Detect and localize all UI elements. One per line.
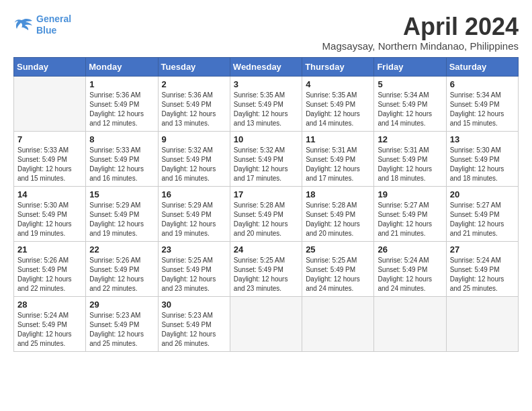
day-info: Sunrise: 5:34 AM Sunset: 5:49 PM Dayligh… bbox=[378, 91, 442, 128]
day-number: 6 bbox=[450, 79, 515, 89]
day-number: 12 bbox=[378, 134, 442, 144]
day-info: Sunrise: 5:34 AM Sunset: 5:49 PM Dayligh… bbox=[450, 91, 515, 128]
calendar-cell: 11Sunrise: 5:31 AM Sunset: 5:49 PM Dayli… bbox=[302, 131, 374, 186]
calendar-cell: 28Sunrise: 5:24 AM Sunset: 5:49 PM Dayli… bbox=[14, 296, 86, 351]
calendar-week-0: 1Sunrise: 5:36 AM Sunset: 5:49 PM Daylig… bbox=[14, 76, 519, 131]
day-info: Sunrise: 5:33 AM Sunset: 5:49 PM Dayligh… bbox=[17, 146, 82, 183]
day-info: Sunrise: 5:24 AM Sunset: 5:49 PM Dayligh… bbox=[17, 311, 82, 349]
header-wednesday: Wednesday bbox=[230, 57, 302, 76]
calendar-cell: 4Sunrise: 5:35 AM Sunset: 5:49 PM Daylig… bbox=[302, 76, 374, 131]
calendar-week-2: 14Sunrise: 5:30 AM Sunset: 5:49 PM Dayli… bbox=[14, 186, 519, 241]
calendar-cell: 14Sunrise: 5:30 AM Sunset: 5:49 PM Dayli… bbox=[14, 186, 86, 241]
calendar-week-4: 28Sunrise: 5:24 AM Sunset: 5:49 PM Dayli… bbox=[14, 296, 519, 351]
calendar-cell: 21Sunrise: 5:26 AM Sunset: 5:49 PM Dayli… bbox=[14, 241, 86, 296]
calendar-cell: 24Sunrise: 5:25 AM Sunset: 5:49 PM Dayli… bbox=[230, 241, 302, 296]
calendar-cell: 20Sunrise: 5:27 AM Sunset: 5:49 PM Dayli… bbox=[446, 186, 518, 241]
calendar-cell: 23Sunrise: 5:25 AM Sunset: 5:49 PM Dayli… bbox=[158, 241, 230, 296]
calendar-cell: 26Sunrise: 5:24 AM Sunset: 5:49 PM Dayli… bbox=[374, 241, 446, 296]
day-number: 19 bbox=[378, 189, 442, 199]
calendar-cell bbox=[374, 296, 446, 351]
calendar-cell: 13Sunrise: 5:30 AM Sunset: 5:49 PM Dayli… bbox=[446, 131, 518, 186]
header-thursday: Thursday bbox=[302, 57, 374, 76]
day-number: 15 bbox=[89, 189, 154, 199]
calendar-cell: 6Sunrise: 5:34 AM Sunset: 5:49 PM Daylig… bbox=[446, 76, 518, 131]
day-number: 22 bbox=[89, 244, 154, 255]
day-number: 11 bbox=[306, 134, 370, 144]
calendar-cell: 30Sunrise: 5:23 AM Sunset: 5:49 PM Dayli… bbox=[158, 296, 230, 351]
day-info: Sunrise: 5:35 AM Sunset: 5:49 PM Dayligh… bbox=[306, 91, 370, 128]
day-info: Sunrise: 5:30 AM Sunset: 5:49 PM Dayligh… bbox=[450, 146, 515, 183]
calendar-cell: 15Sunrise: 5:29 AM Sunset: 5:49 PM Dayli… bbox=[86, 186, 158, 241]
day-number: 1 bbox=[89, 79, 154, 89]
day-info: Sunrise: 5:25 AM Sunset: 5:49 PM Dayligh… bbox=[306, 256, 370, 293]
day-number: 21 bbox=[17, 244, 82, 255]
day-number: 3 bbox=[234, 79, 298, 89]
day-number: 29 bbox=[89, 300, 154, 310]
calendar-table: SundayMondayTuesdayWednesdayThursdayFrid… bbox=[13, 57, 519, 352]
day-number: 25 bbox=[306, 244, 370, 255]
day-number: 8 bbox=[89, 134, 154, 144]
logo-icon bbox=[13, 17, 34, 33]
day-info: Sunrise: 5:26 AM Sunset: 5:49 PM Dayligh… bbox=[17, 256, 82, 293]
calendar-cell: 2Sunrise: 5:36 AM Sunset: 5:49 PM Daylig… bbox=[158, 76, 230, 131]
day-info: Sunrise: 5:27 AM Sunset: 5:49 PM Dayligh… bbox=[450, 201, 515, 238]
logo-text: General Blue bbox=[36, 13, 71, 36]
calendar-cell: 17Sunrise: 5:28 AM Sunset: 5:49 PM Dayli… bbox=[230, 186, 302, 241]
day-info: Sunrise: 5:29 AM Sunset: 5:49 PM Dayligh… bbox=[162, 201, 226, 238]
day-number: 9 bbox=[162, 134, 226, 144]
calendar-cell: 19Sunrise: 5:27 AM Sunset: 5:49 PM Dayli… bbox=[374, 186, 446, 241]
day-number: 13 bbox=[450, 134, 515, 144]
location-subtitle: Magsaysay, Northern Mindanao, Philippine… bbox=[322, 40, 519, 52]
day-info: Sunrise: 5:28 AM Sunset: 5:49 PM Dayligh… bbox=[306, 201, 370, 238]
calendar-cell: 9Sunrise: 5:32 AM Sunset: 5:49 PM Daylig… bbox=[158, 131, 230, 186]
day-number: 16 bbox=[162, 189, 226, 199]
calendar-cell: 5Sunrise: 5:34 AM Sunset: 5:49 PM Daylig… bbox=[374, 76, 446, 131]
day-info: Sunrise: 5:31 AM Sunset: 5:49 PM Dayligh… bbox=[378, 146, 442, 183]
calendar-header-row: SundayMondayTuesdayWednesdayThursdayFrid… bbox=[14, 57, 519, 76]
calendar-cell bbox=[302, 296, 374, 351]
calendar-cell: 18Sunrise: 5:28 AM Sunset: 5:49 PM Dayli… bbox=[302, 186, 374, 241]
calendar-cell: 25Sunrise: 5:25 AM Sunset: 5:49 PM Dayli… bbox=[302, 241, 374, 296]
day-number: 24 bbox=[234, 244, 298, 255]
day-info: Sunrise: 5:25 AM Sunset: 5:49 PM Dayligh… bbox=[162, 256, 226, 293]
day-number: 10 bbox=[234, 134, 298, 144]
calendar-cell: 7Sunrise: 5:33 AM Sunset: 5:49 PM Daylig… bbox=[14, 131, 86, 186]
header-friday: Friday bbox=[374, 57, 446, 76]
day-number: 17 bbox=[234, 189, 298, 199]
page-header: General Blue April 2024 Magsaysay, North… bbox=[13, 13, 519, 52]
day-number: 26 bbox=[378, 244, 442, 255]
calendar-cell: 8Sunrise: 5:33 AM Sunset: 5:49 PM Daylig… bbox=[86, 131, 158, 186]
header-sunday: Sunday bbox=[14, 57, 86, 76]
day-number: 2 bbox=[162, 79, 226, 89]
day-info: Sunrise: 5:23 AM Sunset: 5:49 PM Dayligh… bbox=[162, 311, 226, 349]
day-info: Sunrise: 5:31 AM Sunset: 5:49 PM Dayligh… bbox=[306, 146, 370, 183]
day-number: 20 bbox=[450, 189, 515, 199]
day-info: Sunrise: 5:36 AM Sunset: 5:49 PM Dayligh… bbox=[162, 91, 226, 128]
calendar-cell: 1Sunrise: 5:36 AM Sunset: 5:49 PM Daylig… bbox=[86, 76, 158, 131]
day-info: Sunrise: 5:24 AM Sunset: 5:49 PM Dayligh… bbox=[450, 256, 515, 293]
day-info: Sunrise: 5:26 AM Sunset: 5:49 PM Dayligh… bbox=[89, 256, 154, 293]
day-info: Sunrise: 5:27 AM Sunset: 5:49 PM Dayligh… bbox=[378, 201, 442, 238]
day-info: Sunrise: 5:35 AM Sunset: 5:49 PM Dayligh… bbox=[234, 91, 298, 128]
day-number: 30 bbox=[162, 300, 226, 310]
title-block: April 2024 Magsaysay, Northern Mindanao,… bbox=[322, 13, 519, 52]
day-info: Sunrise: 5:30 AM Sunset: 5:49 PM Dayligh… bbox=[17, 201, 82, 238]
day-info: Sunrise: 5:29 AM Sunset: 5:49 PM Dayligh… bbox=[89, 201, 154, 238]
header-tuesday: Tuesday bbox=[158, 57, 230, 76]
day-info: Sunrise: 5:25 AM Sunset: 5:49 PM Dayligh… bbox=[234, 256, 298, 293]
logo: General Blue bbox=[13, 13, 71, 36]
day-number: 27 bbox=[450, 244, 515, 255]
calendar-week-3: 21Sunrise: 5:26 AM Sunset: 5:49 PM Dayli… bbox=[14, 241, 519, 296]
day-number: 28 bbox=[17, 300, 82, 310]
calendar-cell: 12Sunrise: 5:31 AM Sunset: 5:49 PM Dayli… bbox=[374, 131, 446, 186]
day-info: Sunrise: 5:36 AM Sunset: 5:49 PM Dayligh… bbox=[89, 91, 154, 128]
month-title: April 2024 bbox=[322, 13, 519, 40]
header-monday: Monday bbox=[86, 57, 158, 76]
calendar-cell: 22Sunrise: 5:26 AM Sunset: 5:49 PM Dayli… bbox=[86, 241, 158, 296]
calendar-cell bbox=[14, 76, 86, 131]
calendar-cell bbox=[446, 296, 518, 351]
header-saturday: Saturday bbox=[446, 57, 518, 76]
day-info: Sunrise: 5:24 AM Sunset: 5:49 PM Dayligh… bbox=[378, 256, 442, 293]
day-number: 4 bbox=[306, 79, 370, 89]
calendar-cell: 27Sunrise: 5:24 AM Sunset: 5:49 PM Dayli… bbox=[446, 241, 518, 296]
